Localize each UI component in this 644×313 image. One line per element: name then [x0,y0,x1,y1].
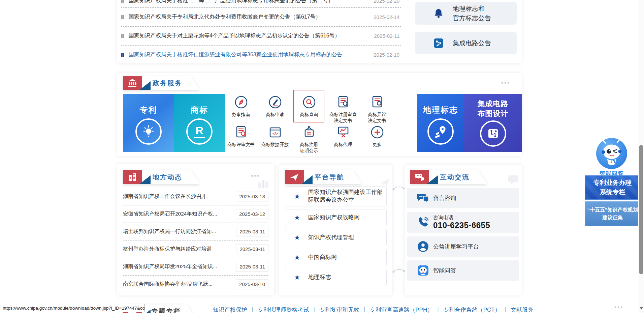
tile-trademark[interactable]: 商标 R [174,94,225,152]
registered-trademark-icon: R [186,118,213,145]
service-item-tm-exam-docs[interactable]: 商标注册审查 决定文书 [326,90,360,123]
footer-link[interactable]: 专利合作条约（PCT） [443,306,501,313]
local-news-row[interactable]: 杭州举办海外商标保护与纠纷应对培训 2025-03-11 [123,240,268,258]
footer-link[interactable]: 专利复审和无效 [319,306,359,313]
announcement-link[interactable]: 国家知识产权局关于核准怀仁恒源瓷业有限公司等363家企业使用地理标志专用标志的公… [129,51,347,58]
nav-link-label[interactable]: 国家知识产权强国建设工作部际联席会议办公室 [308,187,383,206]
paper-plane-icon [285,170,304,184]
news-title[interactable]: 湖南省知识产权工作会议在长沙召开 [123,193,232,200]
footer-link[interactable]: 知识产权保护 [213,306,247,313]
chat-watermark-icon [508,175,520,187]
phone-consult-item[interactable]: 咨询电话： 010-6235-6655 [407,212,519,233]
compass-icon [234,95,248,109]
news-title[interactable]: 南京联合国际商标协会举办“品牌飞跃... [123,281,232,288]
building-icon [123,170,142,184]
star-icon: ★ [294,233,300,241]
section-header-interaction: 互动交流 [410,170,487,184]
local-news-row[interactable]: 南京联合国际商标协会举办“品牌飞跃... 2025-03-10 [123,276,268,293]
bank-icon [123,76,142,90]
service-item-tm-review-docs[interactable]: 商标评审文书 [224,123,258,152]
separator: | [505,306,506,313]
announcement-row[interactable]: 国家知识产权局关于对上栗花炮等4个产品予以地理标志产品初步认定的公告（第616号… [121,27,401,46]
interaction-card: 互动交流 留言咨询 咨询电话： 010-6235-6655 公益讲座学习平台 [405,165,522,295]
service-item-tm-agency[interactable]: 商标代理 [326,123,360,152]
news-title[interactable]: 安徽省知识产权局召开2024年知识产权... [123,210,232,218]
list-bullet-icon [121,53,124,57]
news-date: 2025-03-13 [236,192,268,201]
news-date: 2025-03-11 [236,227,268,236]
platform-nav-list: ★ 国家知识产权强国建设工作部际联席会议办公室 ★ 国家知识产权战略网 ★ 知识… [285,186,387,289]
notice-label: 地理标志和 官方标志公告 [453,4,491,23]
section-menu-dots[interactable]: ••• [501,81,510,85]
news-title[interactable]: 湖南省知识产权局印发2025年全省知识... [123,263,232,270]
announcement-row[interactable]: 国家知识产权局关于核准怀仁恒源瓷业有限公司等363家企业使用地理标志专用标志的公… [121,46,401,64]
tm-search-highlight-box [293,90,324,122]
geo-official-sign-notice-button[interactable]: 地理标志和 官方标志公告 [415,2,517,25]
footer-menu-dots[interactable]: ••• [614,306,623,309]
news-date: 2025-03-12 [236,209,268,219]
news-title[interactable]: 瑞士联邦知识产权局一行访问浙江省知... [123,228,232,235]
ip-plan-suggestion-banner[interactable]: “十五五”知识产权规划 建议征集 [585,201,640,226]
phone-number: 010-6235-6655 [433,221,490,230]
footer-link[interactable]: 文献服务 [511,306,534,313]
tile-geographical-indication[interactable]: 地理标志 [417,94,464,152]
section-menu-dots[interactable]: ••• [251,174,260,178]
chat-bubbles-icon [410,170,429,184]
star-icon: ★ [294,214,300,222]
tile-ic-layout-design[interactable]: 集成电路 布图设计 [464,94,522,152]
nav-link-box[interactable]: ★ 国家知识产权强国建设工作部际联席会议办公室 [285,186,387,206]
footer-link[interactable]: 专利审查高速路（PPH） [369,306,433,313]
announcements-card: 国家知识产权局关于核准……等……产品使用地理标志专用标志登记的公告（第…号） 2… [117,0,522,63]
service-item-tm-open-data[interactable]: </> 商标数据开放 [258,123,292,152]
message-icon [417,192,429,204]
nav-link-label[interactable]: 地理标志 [308,272,331,283]
nav-link-label[interactable]: 中国商标网 [308,252,337,263]
footer-link[interactable]: 专利代理师资格考试 [257,306,309,313]
local-news-row[interactable]: 湖南省知识产权工作会议在长沙召开 2025-03-13 [123,188,268,205]
lightbulb-icon [135,118,162,145]
scrollbar-thumb[interactable] [639,145,643,274]
nav-link-box[interactable]: ★ 知识产权代理管理 [285,229,387,246]
local-news-row[interactable]: 瑞士联邦知识产权局一行访问浙江省知... 2025-03-11 [123,223,268,240]
news-title[interactable]: 杭州举办海外商标保护与纠纷应对培训 [123,246,232,253]
message-consult-button[interactable]: 留言咨询 [407,188,519,208]
service-item-guide[interactable]: 办事指南 [224,90,258,123]
announcement-row[interactable]: 国家知识产权局关于专利局北京代办处专利费用收缴账户变更的公告（第617号） 20… [121,8,401,27]
nav-link-label[interactable]: 国家知识产权战略网 [308,212,360,224]
section-header-local-news: 地方动态 [123,170,200,184]
lecture-platform-button[interactable]: 公益讲座学习平台 [407,236,519,257]
smart-qa-button[interactable]: 智能问答 [407,260,519,281]
local-news-row[interactable]: 安徽省知识产权局召开2024年知识产权... 2025-03-12 [123,205,268,223]
nav-link-box[interactable]: ★ 国家知识产权战略网 [285,209,387,226]
separator: | [252,306,253,313]
service-item-tm-cert-publicity[interactable]: 商标注册 证明公示 [292,123,326,152]
announcement-list: 国家知识产权局关于核准……等……产品使用地理标志专用标志登记的公告（第…号） 2… [121,0,401,64]
footer-links: 知识产权保护 | 专利代理师资格考试 | 专利复审和无效 | 专利审查高速路（P… [213,306,534,313]
service-item-tm-opposition-docs[interactable]: 商标异议 决定文书 [360,90,394,123]
section-header-platform-nav: 平台导航 [285,170,362,184]
news-date: 2025-03-11 [236,244,268,254]
scrollbar-track[interactable] [638,0,644,313]
integrated-circuit-notice-button[interactable]: 集成电路公告 [415,32,517,54]
announcement-title[interactable]: 国家知识产权局关于专利局北京代办处专利费用收缴账户变更的公告（第617号） [129,13,321,21]
announcement-date: 2025-02-20 [374,0,401,4]
local-news-card: 地方动态 ••• 湖南省知识产权工作会议在长沙召开 2025-03-13 安徽省… [117,164,274,295]
nav-link-box[interactable]: ★ 中国商标网 [285,249,387,266]
mascot-robot-avatar[interactable] [596,138,627,169]
service-item-more[interactable]: 更多 [360,123,394,152]
announcement-date: 2025-02-14 [374,14,401,20]
tile-patent[interactable]: 专利 [123,94,174,152]
service-item-tm-apply[interactable]: 商标申请 [258,90,292,123]
patent-system-banner[interactable]: 专利业务办理 系统专栏 [585,175,640,200]
status-bar-url: https://www.cnipa.gov.cn/module/download… [0,304,145,312]
nav-link-label[interactable]: 知识产权代理管理 [308,232,354,244]
announcement-title[interactable]: 国家知识产权局关于核准……等……产品使用地理标志专用标志登记的公告（第…号） [129,0,333,4]
pen-icon [268,95,282,109]
nav-link-box[interactable]: ★ 地理标志 [285,269,387,286]
scroll-down-arrow-icon[interactable] [640,307,643,310]
announcement-title[interactable]: 国家知识产权局关于对上栗花炮等4个产品予以地理标志产品初步认定的公告（第616号… [129,32,340,39]
document-search-icon [370,95,384,109]
star-icon: ★ [294,192,300,200]
announcement-row[interactable]: 国家知识产权局关于核准……等……产品使用地理标志专用标志登记的公告（第…号） 2… [121,0,401,8]
local-news-row[interactable]: 湖南省知识产权局印发2025年全省知识... 2025-03-11 [123,258,268,276]
